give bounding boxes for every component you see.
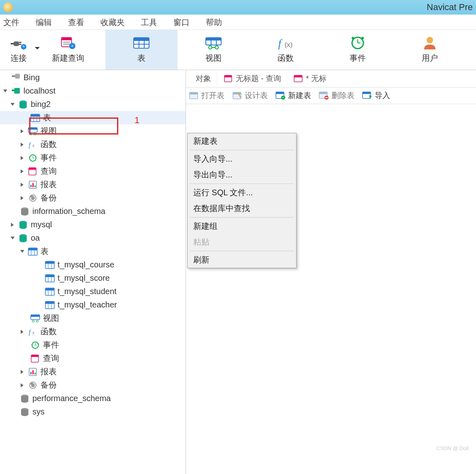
svg-point-29 xyxy=(352,37,354,39)
database-icon xyxy=(19,408,30,416)
expand-toggle-icon[interactable] xyxy=(2,88,8,94)
connect-button[interactable]: + 连接 xyxy=(0,30,42,70)
tree-functions[interactable]: fx 函数 xyxy=(0,138,186,151)
view-icon xyxy=(28,127,38,136)
ctx-export-wizard[interactable]: 导出向导... xyxy=(188,167,296,183)
tree-events[interactable]: 事件 xyxy=(0,151,186,164)
ctx-paste: 粘贴 xyxy=(188,234,296,250)
menu-tools[interactable]: 工具 xyxy=(141,17,157,28)
open-table-button[interactable]: 打开表 xyxy=(188,90,224,101)
tree-oa-views[interactable]: 视图 xyxy=(0,312,186,325)
tree-db-oa[interactable]: oa xyxy=(0,231,186,245)
new-query-icon: + xyxy=(59,35,77,51)
main-toolbar: + 连接 + 新建查询 表 视图 f(x) 函数 事件 xyxy=(0,30,476,70)
expand-toggle-icon[interactable] xyxy=(19,182,25,188)
ctx-refresh[interactable]: 刷新 xyxy=(188,252,296,268)
svg-text:x: x xyxy=(32,331,34,335)
tab-objects[interactable]: 对象 xyxy=(190,71,217,86)
menu-edit[interactable]: 编辑 xyxy=(36,17,52,28)
tree-oa-backups[interactable]: 备份 xyxy=(0,378,186,392)
expand-toggle-icon[interactable] xyxy=(19,369,25,375)
view-button[interactable]: 视图 xyxy=(177,30,250,70)
menu-window[interactable]: 窗口 xyxy=(173,17,190,28)
clock-icon xyxy=(349,35,367,51)
tree-db-information-schema[interactable]: information_schema xyxy=(0,205,186,218)
tree-connection-localhost[interactable]: localhost xyxy=(0,84,186,98)
expand-toggle-icon[interactable] xyxy=(19,142,25,147)
function-icon: fx xyxy=(28,327,38,336)
svg-rect-110 xyxy=(276,92,284,94)
tree-oa-reports[interactable]: 报表 xyxy=(0,365,186,378)
tree-queries[interactable]: 查询 xyxy=(0,164,186,178)
tree-oa-queries[interactable]: 查询 xyxy=(0,352,186,365)
svg-rect-70 xyxy=(45,275,54,277)
separator xyxy=(190,217,294,218)
function-button[interactable]: f(x) 函数 xyxy=(250,30,322,70)
expand-toggle-icon[interactable] xyxy=(19,169,25,174)
tree-views[interactable]: 视图 xyxy=(0,124,186,138)
table-icon xyxy=(45,287,55,296)
tree-tables[interactable]: 表 xyxy=(0,111,186,124)
table-button[interactable]: 表 xyxy=(105,30,177,70)
event-button[interactable]: 事件 xyxy=(322,30,394,70)
tree-backups[interactable]: 备份 xyxy=(0,191,186,205)
tree-db-sys[interactable]: sys xyxy=(0,405,186,418)
design-table-button[interactable]: 设计表 xyxy=(232,90,268,101)
svg-rect-78 xyxy=(45,301,54,304)
svg-text:+: + xyxy=(22,44,25,49)
tab-untitled-query[interactable]: 无标题 - 查询 xyxy=(217,71,287,86)
new-query-button[interactable]: + 新建查询 xyxy=(42,30,94,70)
menu-help[interactable]: 帮助 xyxy=(206,17,222,28)
dropdown-caret-icon[interactable] xyxy=(35,47,40,52)
tree-oa-events[interactable]: 事件 xyxy=(0,338,186,352)
menubar: 文件 编辑 查看 收藏夹 工具 窗口 帮助 xyxy=(0,15,476,30)
svg-rect-94 xyxy=(32,370,34,374)
expand-toggle-icon[interactable] xyxy=(19,249,25,254)
tree-oa-tables[interactable]: 表 xyxy=(0,245,186,258)
expand-toggle-icon[interactable] xyxy=(19,195,25,201)
svg-rect-7 xyxy=(62,37,72,40)
tree-db-bing2[interactable]: bing2 xyxy=(0,98,186,111)
expand-toggle-icon[interactable] xyxy=(19,128,25,134)
svg-rect-116 xyxy=(325,97,328,98)
svg-text:(x): (x) xyxy=(284,40,292,48)
ctx-new-table[interactable]: 新建表 xyxy=(188,133,296,149)
expand-toggle-icon[interactable] xyxy=(19,382,25,388)
titlebar: Navicat Pre xyxy=(0,0,476,15)
navicat-logo-icon xyxy=(3,2,13,12)
tree-table-course[interactable]: t_mysql_course xyxy=(0,258,186,271)
tree-table-teacher[interactable]: t_mysql_teacher xyxy=(0,298,186,312)
expand-toggle-icon[interactable] xyxy=(10,102,15,107)
new-table-button[interactable]: + 新建表 xyxy=(275,90,311,101)
expand-toggle-icon[interactable] xyxy=(10,222,15,228)
tree-reports[interactable]: 报表 xyxy=(0,178,186,191)
database-icon xyxy=(19,394,30,403)
tree-db-mysql[interactable]: mysql xyxy=(0,218,186,231)
menu-view[interactable]: 查看 xyxy=(68,17,84,28)
tab-untitled-truncated[interactable]: * 无标 xyxy=(287,71,332,86)
tree-oa-functions[interactable]: fx 函数 xyxy=(0,325,186,338)
svg-rect-54 xyxy=(32,183,34,187)
tree-table-student[interactable]: t_mysql_student xyxy=(0,285,186,298)
delete-table-button[interactable]: 删除表 xyxy=(318,90,354,101)
user-button[interactable]: 用户 xyxy=(394,30,466,70)
expand-toggle-icon[interactable] xyxy=(10,235,15,241)
svg-rect-93 xyxy=(30,372,32,374)
ctx-run-sql-file[interactable]: 运行 SQL 文件... xyxy=(188,185,296,201)
menu-file[interactable]: 文件 xyxy=(3,17,19,28)
tree-connection-bing[interactable]: Bing xyxy=(0,71,186,84)
tree-db-performance-schema[interactable]: performance_schema xyxy=(0,392,186,405)
tab-bar: 对象 无标题 - 查询 * 无标 xyxy=(186,70,476,88)
ctx-new-group[interactable]: 新建组 xyxy=(188,218,296,234)
tree-table-score[interactable]: t_mysql_score xyxy=(0,271,186,285)
table-delete-icon xyxy=(318,91,329,100)
ctx-find-in-db[interactable]: 在数据库中查找 xyxy=(188,201,296,216)
expand-toggle-icon[interactable] xyxy=(19,155,25,161)
import-button[interactable]: 导入 xyxy=(362,90,390,101)
import-icon xyxy=(362,91,372,100)
expand-toggle-icon[interactable] xyxy=(19,329,25,335)
separator xyxy=(190,184,294,184)
menu-favorites[interactable]: 收藏夹 xyxy=(100,17,125,28)
report-icon xyxy=(28,180,38,189)
ctx-import-wizard[interactable]: 导入向导... xyxy=(188,151,296,167)
